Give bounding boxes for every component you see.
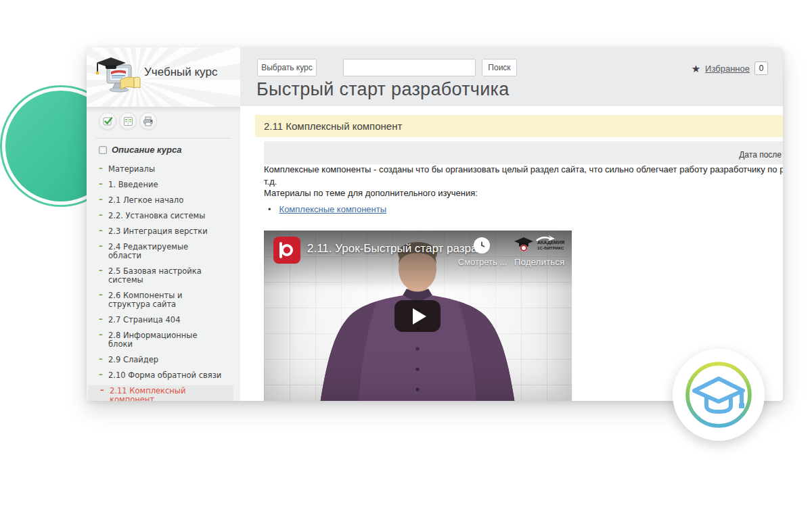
graduation-cap-icon (682, 358, 755, 431)
sidebar-item[interactable]: –2.1 Легкое начало (87, 195, 232, 206)
sidebar-item-label: 2.9 Слайдер (108, 355, 158, 364)
dash-bullet-icon: – (99, 331, 103, 339)
favorites: ★ Избранное 0 (692, 62, 768, 75)
course-logo-icon (92, 54, 141, 99)
print-button[interactable] (139, 112, 157, 130)
date-bar: Дата после (264, 141, 783, 164)
dash-bullet-icon: – (99, 315, 103, 324)
sidebar-item[interactable]: –2.9 Слайдер (87, 354, 232, 366)
sidebar-item[interactable]: –2.11 Комплексный компонент (88, 385, 233, 401)
sidebar-item-label: 2.4 Редактируемые области (108, 242, 188, 260)
date-label: Дата после (739, 150, 782, 160)
bullet-icon: • (268, 204, 271, 214)
sidebar-header: Учебный курс (87, 47, 240, 107)
dash-bullet-icon: – (99, 291, 103, 299)
star-icon[interactable]: ★ (692, 64, 700, 74)
favorites-count-badge: 0 (754, 62, 768, 75)
course-menu: –Материалы–1. Введение–2.1 Легкое начало… (87, 164, 240, 401)
sidebar-item-label: 1. Введение (108, 180, 158, 189)
dash-bullet-icon: – (99, 370, 103, 379)
sidebar-item-label: 2.11 Комплексный компонент (110, 386, 185, 401)
conspect-button[interactable] (119, 112, 137, 130)
printer-icon (143, 116, 154, 126)
clock-icon (474, 237, 490, 254)
main-area: Выбрать курс Поиск ★ Избранное 0 Быстрый… (240, 47, 783, 401)
video-player[interactable]: 2.11. Урок-Быстрый старт разра... Смотре… (264, 231, 572, 401)
checkbox-check-icon (103, 116, 113, 126)
search-button[interactable]: Поиск (482, 59, 517, 76)
dash-bullet-icon: – (99, 211, 103, 220)
course-type-title: Учебный курс (144, 66, 217, 79)
dash-bullet-icon: – (99, 164, 103, 173)
sidebar-item-label: 2.3 Интеграция верстки (108, 226, 208, 236)
favorites-link[interactable]: Избранное (705, 64, 750, 74)
sidebar-item[interactable]: –2.3 Интеграция верстки (87, 226, 232, 237)
page-title: Быстрый старт разработчика (256, 79, 510, 100)
course-description-link[interactable]: Описание курса (99, 145, 181, 155)
course-description-label: Описание курса (112, 145, 181, 155)
page-background: Учебный курс (0, 0, 812, 505)
sidebar: Учебный курс (87, 47, 240, 401)
sidebar-item[interactable]: –2.5 Базовая настройка системы (87, 266, 232, 286)
sidebar-toolbar (99, 112, 157, 130)
sidebar-item[interactable]: –2.10 Форма обратной связи (87, 370, 232, 381)
sidebar-item-label: Материалы (108, 164, 155, 174)
dash-bullet-icon: – (99, 266, 103, 275)
sidebar-divider (96, 138, 231, 139)
dash-bullet-icon: – (99, 226, 103, 235)
dash-bullet-icon: – (99, 180, 103, 189)
sidebar-item[interactable]: –2.8 Информационные блоки (87, 330, 232, 350)
document-icon (99, 146, 107, 154)
choose-course-button[interactable]: Выбрать курс (257, 59, 317, 76)
play-button[interactable] (394, 300, 441, 332)
dash-bullet-icon: – (99, 242, 103, 251)
sidebar-item-label: 2.2. Установка системы (108, 211, 205, 220)
dash-bullet-icon: – (100, 386, 104, 395)
sidebar-item[interactable]: –2.6 Компоненты и структура сайта (87, 290, 232, 310)
sidebar-item-label: 2.8 Информационные блоки (108, 331, 198, 349)
main-header: Выбрать курс Поиск ★ Избранное 0 Быстрый… (240, 47, 783, 106)
sidebar-item[interactable]: –Материалы (87, 164, 232, 175)
bitrix-logo-icon (273, 237, 300, 264)
sidebar-item-label: 2.10 Форма обратной связи (108, 370, 221, 380)
svg-text:АКАДЕМИЯ: АКАДЕМИЯ (537, 240, 564, 245)
academy-logo: АКАДЕМИЯ 1С-БИТРИКС (513, 235, 567, 258)
sidebar-item[interactable]: –1. Введение (87, 179, 232, 191)
app-window: Учебный курс (87, 47, 783, 401)
lesson-paragraph-line2: т.д. (264, 176, 783, 187)
play-icon (413, 308, 426, 324)
sidebar-item-label: 2.5 Базовая настройка системы (108, 266, 202, 285)
materials-label: Материалы по теме для дополнительного из… (264, 188, 783, 198)
svg-text:1С-БИТРИКС: 1С-БИТРИКС (537, 245, 564, 250)
related-materials-item: •Комплексные компоненты (268, 204, 386, 214)
video-title: 2.11. Урок-Быстрый старт разра... (307, 242, 487, 256)
sidebar-item[interactable]: –2.4 Редактируемые области (87, 241, 232, 262)
lesson-section-header: 2.11 Комплексный компонент (255, 115, 783, 137)
sidebar-item-label: 2.1 Легкое начало (108, 195, 183, 205)
tests-button[interactable] (99, 112, 116, 130)
lesson-paragraph-line1: Комплексные компоненты - созданы что бы … (264, 164, 783, 174)
academy-badge (673, 349, 765, 441)
dash-bullet-icon: – (99, 355, 103, 364)
bitrix-logo-ring (281, 244, 293, 256)
sidebar-item-label: 2.7 Страница 404 (108, 315, 181, 324)
related-link[interactable]: Комплексные компоненты (279, 204, 386, 214)
document-list-icon (123, 116, 133, 126)
sidebar-item[interactable]: –2.2. Установка системы (87, 210, 232, 222)
search-input[interactable] (343, 59, 476, 76)
watch-later-button[interactable]: Смотреть ... (455, 257, 510, 267)
sidebar-item[interactable]: –2.7 Страница 404 (87, 314, 232, 326)
sidebar-item-label: 2.6 Компоненты и структура сайта (108, 291, 182, 309)
dash-bullet-icon: – (99, 195, 103, 204)
share-button[interactable]: Поделиться (509, 257, 570, 267)
